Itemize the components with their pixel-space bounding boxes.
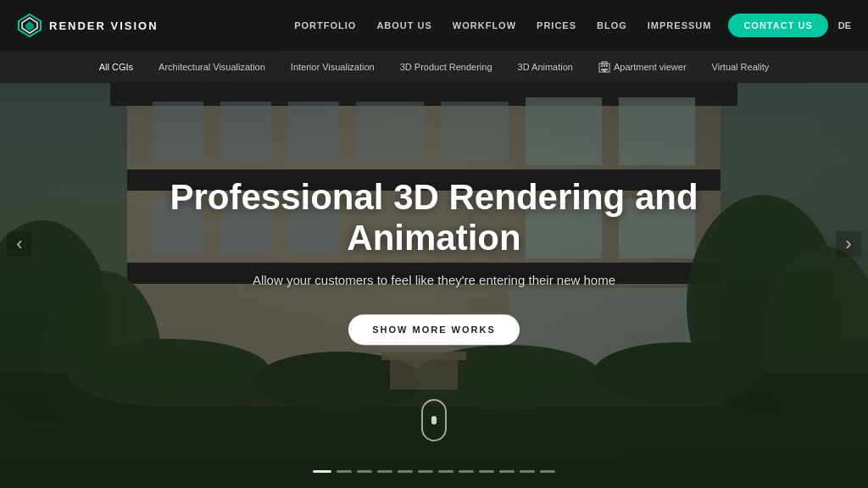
subnav: All CGIs Architectural Visualization Int… xyxy=(0,51,868,83)
hero-content: Professional 3D Rendering and Animation … xyxy=(137,177,731,345)
logo-icon xyxy=(17,13,42,38)
navbar: RENDER VISION PORTFOLIO ABOUT US WORKFLO… xyxy=(0,0,868,51)
subnav-interior-viz[interactable]: Interior Visualization xyxy=(291,62,375,72)
dot-4[interactable] xyxy=(377,470,392,473)
svg-rect-37 xyxy=(601,69,603,70)
dot-6[interactable] xyxy=(418,470,433,473)
hero-subtitle: Allow your customers to feel like they'r… xyxy=(137,273,731,287)
dots-navigation xyxy=(313,470,555,473)
scroll-indicator[interactable] xyxy=(421,399,447,441)
logo-text: RENDER VISION xyxy=(49,19,159,32)
nav-workflow[interactable]: WORKFLOW xyxy=(453,20,516,30)
nav-links: PORTFOLIO ABOUT US WORKFLOW PRICES BLOG … xyxy=(294,20,711,30)
prev-arrow[interactable]: ‹ xyxy=(7,231,32,257)
nav-right: CONTACT US DE xyxy=(728,14,851,37)
dot-7[interactable] xyxy=(438,470,453,473)
dot-1[interactable] xyxy=(313,470,331,473)
subnav-all-cgis[interactable]: All CGIs xyxy=(99,62,133,72)
svg-rect-39 xyxy=(603,69,606,72)
next-arrow[interactable]: › xyxy=(836,231,861,257)
subnav-apartment-label: Apartment viewer xyxy=(614,62,687,72)
contact-button[interactable]: CONTACT US xyxy=(728,14,827,37)
dot-9[interactable] xyxy=(479,470,494,473)
nav-portfolio[interactable]: PORTFOLIO xyxy=(294,20,356,30)
nav-impressum[interactable]: IMPRESSUM xyxy=(648,20,712,30)
scroll-dot xyxy=(431,416,437,424)
language-switcher[interactable]: DE xyxy=(838,20,851,30)
dot-11[interactable] xyxy=(520,470,535,473)
hero-title: Professional 3D Rendering and Animation xyxy=(137,177,731,259)
dot-2[interactable] xyxy=(337,470,352,473)
subnav-3d-animation[interactable]: 3D Animation xyxy=(518,62,573,72)
svg-rect-34 xyxy=(601,65,603,67)
dot-8[interactable] xyxy=(459,470,474,473)
building-icon xyxy=(598,61,610,73)
dot-10[interactable] xyxy=(499,470,515,473)
nav-blog[interactable]: BLOG xyxy=(597,20,627,30)
svg-rect-38 xyxy=(606,69,608,70)
dot-3[interactable] xyxy=(357,470,372,473)
logo[interactable]: RENDER VISION xyxy=(17,13,159,38)
dot-12[interactable] xyxy=(540,470,555,473)
show-more-works-button[interactable]: SHOW MORE WORKS xyxy=(348,314,520,345)
subnav-apartment-viewer[interactable]: Apartment viewer xyxy=(598,61,687,73)
dot-5[interactable] xyxy=(398,470,413,473)
nav-about[interactable]: ABOUT US xyxy=(376,20,431,30)
svg-rect-36 xyxy=(606,65,608,67)
subnav-virtual-reality[interactable]: Virtual Reality xyxy=(712,62,770,72)
subnav-arch-viz[interactable]: Architectural Visualization xyxy=(159,62,265,72)
nav-prices[interactable]: PRICES xyxy=(537,20,576,30)
hero-section: RENDER VISION PORTFOLIO ABOUT US WORKFLO… xyxy=(0,0,868,488)
subnav-3d-product[interactable]: 3D Product Rendering xyxy=(400,62,492,72)
svg-marker-32 xyxy=(25,21,34,31)
svg-rect-35 xyxy=(604,65,605,67)
